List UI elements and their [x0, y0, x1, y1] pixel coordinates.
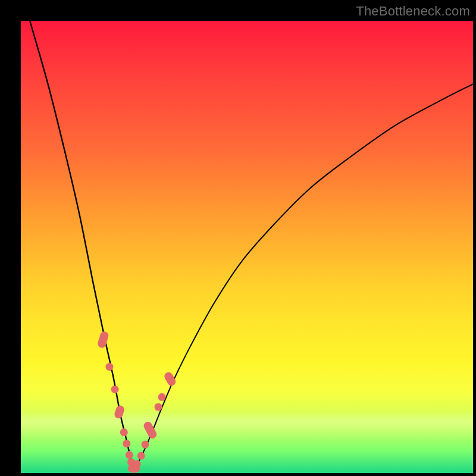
marker-layer: [97, 330, 177, 472]
curve-left-branch: [30, 21, 134, 469]
chart-frame: TheBottleneck.com: [0, 0, 476, 476]
marker-dot: [120, 428, 128, 436]
curve-right-branch: [134, 84, 473, 469]
marker-pill: [114, 405, 126, 419]
marker-dot: [123, 440, 130, 447]
marker-dot: [137, 452, 145, 460]
marker-dot: [133, 460, 141, 468]
marker-dot: [126, 451, 133, 459]
marker-dot: [105, 363, 113, 371]
plot-svg: [21, 21, 473, 473]
marker-pill: [97, 330, 110, 349]
marker-dot: [111, 386, 119, 393]
marker-pill: [163, 371, 177, 387]
watermark-text: TheBottleneck.com: [356, 4, 470, 19]
marker-dot: [142, 441, 149, 449]
curve-layer: [30, 21, 473, 469]
marker-dot: [155, 403, 162, 411]
marker-dot: [158, 393, 166, 401]
